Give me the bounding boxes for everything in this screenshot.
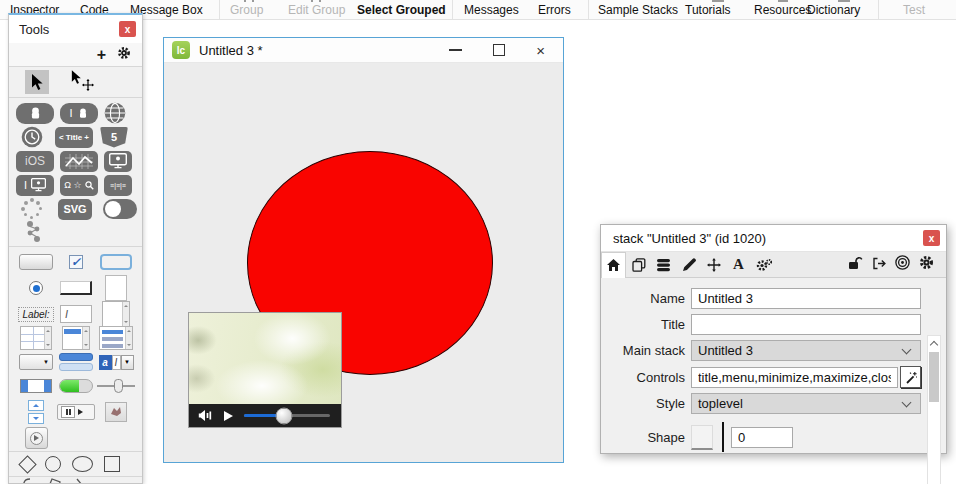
clock-widget-tool[interactable] bbox=[21, 126, 43, 148]
rectangle-button-tool[interactable] bbox=[56, 281, 96, 295]
checkbox-tool[interactable]: ✓ bbox=[56, 255, 96, 269]
svg-widget-tool[interactable]: SVG bbox=[58, 199, 92, 220]
curve-tool-icon[interactable] bbox=[19, 477, 33, 484]
android-widget-tool[interactable] bbox=[16, 103, 54, 124]
play-button-icon[interactable] bbox=[224, 411, 233, 421]
native-field-widget-tool[interactable]: I bbox=[16, 175, 54, 196]
toolbar-item-sample-stacks[interactable]: Sample Stacks bbox=[598, 3, 678, 17]
magnifier-icon bbox=[85, 181, 94, 190]
segmented-control-widget-tool[interactable]: ≡|≡|≡ bbox=[104, 175, 132, 196]
scrollbar-tool[interactable] bbox=[56, 353, 96, 371]
tab-position[interactable] bbox=[701, 252, 726, 277]
browser-widget-tool[interactable] bbox=[104, 102, 126, 124]
oval-shape-tool[interactable] bbox=[72, 456, 93, 472]
line-tool-icon[interactable] bbox=[75, 477, 89, 484]
rectangle-shape-tool[interactable] bbox=[104, 456, 120, 472]
lock-icon[interactable] bbox=[848, 256, 863, 274]
video-frame[interactable] bbox=[189, 313, 341, 404]
android-field-widget-tool[interactable]: I bbox=[60, 103, 98, 124]
image-tool[interactable] bbox=[96, 402, 136, 422]
label-tool[interactable]: Label: bbox=[16, 307, 56, 322]
ios-native-widget-tool[interactable]: iOS bbox=[16, 151, 54, 172]
main-stack-dropdown[interactable]: Untitled 3 bbox=[691, 340, 921, 361]
controls-field[interactable] bbox=[691, 367, 898, 388]
tab-advanced[interactable] bbox=[751, 252, 776, 277]
slider-tool[interactable] bbox=[96, 378, 136, 394]
tree-view-widget-tool[interactable] bbox=[24, 220, 44, 247]
target-icon[interactable] bbox=[895, 255, 910, 274]
add-tool-icon[interactable]: + bbox=[97, 47, 106, 63]
property-row-controls: Controls bbox=[601, 366, 946, 388]
controls-wand-button[interactable] bbox=[900, 366, 921, 388]
run-pointer-tool[interactable] bbox=[71, 70, 95, 94]
volume-icon[interactable] bbox=[198, 409, 213, 422]
combobox-tool[interactable]: aI▼ bbox=[96, 355, 136, 370]
card-field-tool[interactable] bbox=[96, 275, 136, 301]
player-tool[interactable] bbox=[16, 427, 56, 449]
name-field[interactable] bbox=[691, 288, 921, 309]
palette-settings-gear-icon[interactable] bbox=[117, 46, 131, 64]
toolbar-item-messages[interactable]: Messages bbox=[464, 3, 519, 17]
polygon-tool-icon[interactable] bbox=[45, 477, 63, 484]
send-to-back-icon[interactable] bbox=[872, 256, 886, 274]
circle-shape-tool[interactable] bbox=[45, 456, 61, 472]
toolbar-item-tutorials[interactable]: Tutorials bbox=[685, 3, 731, 17]
shape-value-field[interactable] bbox=[731, 427, 793, 448]
tools-palette-close-button[interactable]: x bbox=[119, 21, 136, 37]
close-button[interactable]: × bbox=[536, 43, 545, 58]
toolbar-item-resources[interactable]: Resources bbox=[754, 3, 811, 17]
toolbar-item-dictionary[interactable]: Dictionary bbox=[807, 3, 860, 17]
scroll-up-icon[interactable] bbox=[930, 341, 938, 349]
button-tool[interactable] bbox=[16, 254, 56, 270]
switch-button-widget-tool[interactable] bbox=[103, 199, 137, 219]
property-row-shape: Shape bbox=[601, 422, 946, 452]
radio-button-tool[interactable] bbox=[16, 281, 56, 295]
tools-palette-actions: + bbox=[9, 43, 142, 66]
style-dropdown[interactable]: toplevel bbox=[691, 393, 921, 414]
activity-spinner-widget-tool[interactable] bbox=[21, 198, 43, 220]
scrollbar-cursor-tool[interactable] bbox=[16, 379, 56, 393]
tab-custom-properties[interactable] bbox=[626, 252, 651, 277]
video-controller-bar bbox=[189, 404, 341, 427]
tab-text[interactable]: A bbox=[726, 252, 751, 277]
line-graph-widget-tool[interactable] bbox=[60, 151, 98, 172]
scrollbar-thumb[interactable] bbox=[929, 352, 939, 402]
stepper-tool[interactable] bbox=[16, 400, 56, 424]
toolbar-item-errors[interactable]: Errors bbox=[538, 3, 571, 17]
inspector-settings-gear-icon[interactable] bbox=[919, 255, 934, 274]
media-controls-tool[interactable] bbox=[56, 404, 96, 420]
mac-native-widget-tool[interactable] bbox=[104, 151, 132, 172]
tools-palette-titlebar[interactable]: Tools x bbox=[9, 15, 142, 43]
maximize-button[interactable] bbox=[493, 44, 505, 56]
toolbar-item-select-grouped[interactable]: Select Grouped bbox=[357, 3, 446, 17]
toolbar-item-group: Group bbox=[230, 3, 263, 17]
styled-list-tool[interactable] bbox=[96, 326, 136, 350]
text-entry-tool[interactable]: I bbox=[56, 305, 96, 323]
table-field-tool[interactable] bbox=[16, 326, 56, 350]
ibeam-icon: I bbox=[24, 179, 27, 191]
tab-basic-properties[interactable] bbox=[601, 252, 626, 278]
video-player-control[interactable] bbox=[188, 312, 342, 428]
inspector-titlebar[interactable]: stack "Untitled 3" (id 1020) x bbox=[601, 225, 946, 252]
default-button-tool[interactable] bbox=[96, 254, 136, 270]
tab-resources[interactable] bbox=[651, 252, 676, 277]
header-bar-widget-tool[interactable]: < Title + bbox=[55, 127, 93, 148]
progress-bar-tool[interactable] bbox=[56, 379, 96, 393]
field-label: Controls bbox=[601, 370, 685, 385]
option-menu-tool[interactable]: ▼ bbox=[16, 354, 56, 370]
title-field[interactable] bbox=[691, 314, 921, 335]
minimize-button[interactable] bbox=[449, 49, 462, 51]
html5-widget-tool[interactable]: 5 bbox=[100, 127, 128, 148]
list-field-tool[interactable] bbox=[56, 326, 96, 350]
shape-swatch-button[interactable] bbox=[691, 425, 713, 450]
icon-set-widget-tool[interactable]: Ω ☆ bbox=[60, 175, 98, 196]
inspector-scrollbar[interactable] bbox=[927, 335, 941, 484]
edit-pointer-tool[interactable] bbox=[25, 70, 49, 94]
seek-thumb[interactable] bbox=[276, 407, 293, 424]
scrolling-field-tool[interactable] bbox=[96, 301, 136, 327]
seek-slider[interactable] bbox=[244, 414, 330, 417]
diamond-shape-tool[interactable] bbox=[18, 455, 36, 473]
tab-colors[interactable] bbox=[676, 252, 701, 277]
stack-window-titlebar[interactable]: lc Untitled 3 * × bbox=[164, 38, 563, 63]
inspector-close-button[interactable]: x bbox=[923, 230, 940, 246]
